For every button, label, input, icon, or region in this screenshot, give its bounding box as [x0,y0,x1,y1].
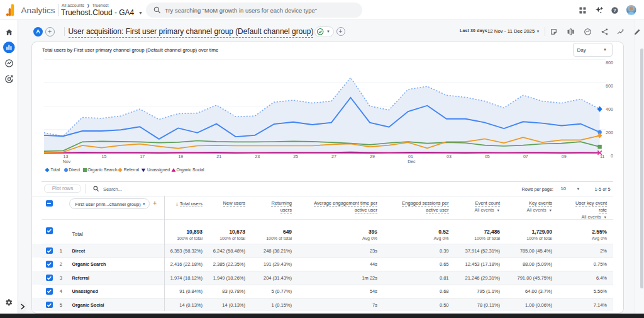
svg-text:17: 17 [140,154,145,159]
svg-text:800: 800 [606,60,613,65]
svg-text:23: 23 [255,154,260,159]
svg-text:Nov: Nov [63,159,71,164]
svg-text:19: 19 [178,154,183,159]
svg-text:05: 05 [485,154,490,159]
svg-text:600: 600 [606,83,613,89]
svg-text:01: 01 [408,154,413,159]
svg-text:13: 13 [64,154,69,159]
svg-text:400: 400 [606,106,613,112]
svg-text:21: 21 [216,154,221,159]
svg-text:200: 200 [606,130,613,135]
svg-text:03: 03 [447,154,452,159]
svg-text:27: 27 [331,154,336,159]
svg-text:07: 07 [523,154,528,159]
svg-text:15: 15 [102,154,107,159]
svg-text:29: 29 [370,154,375,159]
svg-text:09: 09 [562,154,567,159]
svg-text:0: 0 [611,153,613,159]
svg-text:11: 11 [600,154,604,159]
svg-text:25: 25 [293,154,298,159]
svg-text:?: ? [613,8,616,13]
svg-text:Dec: Dec [408,159,416,164]
